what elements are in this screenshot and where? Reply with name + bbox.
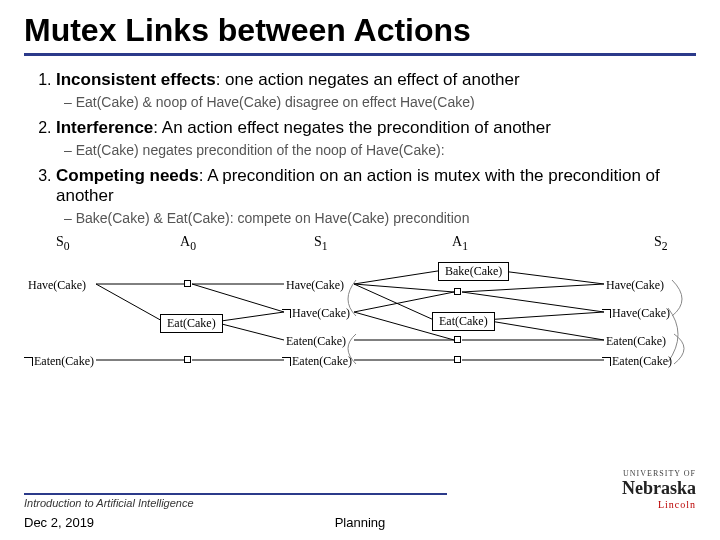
s0-neg-eaten: Eaten(Cake) xyxy=(24,354,94,369)
footer-rule xyxy=(24,493,447,495)
col-s1: S1 xyxy=(314,234,328,253)
svg-line-9 xyxy=(354,284,454,292)
logo-univ: UNIVERSITY OF xyxy=(622,469,696,478)
s2-neg-eaten: Eaten(Cake) xyxy=(602,354,672,369)
s2-have: Have(Cake) xyxy=(606,278,664,293)
planning-graph: S0 A0 S1 A1 S2 Have(Cake) Eaten(Cake) Ea… xyxy=(24,234,696,384)
point-2-sub: Eat(Cake) negates precondition of the no… xyxy=(64,142,696,158)
svg-line-19 xyxy=(484,320,604,340)
point-3-sub: Bake(Cake) & Eat(Cake): compete on Have(… xyxy=(64,210,696,226)
bullet-list: Inconsistent effects: one action negates… xyxy=(24,70,696,226)
a0-noop-neaten xyxy=(184,356,191,363)
point-1-rest: : one action negates an effect of anothe… xyxy=(216,70,520,89)
s2-eaten: Eaten(Cake) xyxy=(606,334,666,349)
graph-edges xyxy=(24,234,696,384)
a1-eat: Eat(Cake) xyxy=(432,312,495,331)
footer: Introduction to Artificial Intelligence … xyxy=(24,493,696,530)
s1-eaten: Eaten(Cake) xyxy=(286,334,346,349)
point-2-rest: : An action effect negates the precondit… xyxy=(153,118,551,137)
a0-noop-have xyxy=(184,280,191,287)
title-underline xyxy=(24,53,696,56)
s1-neg-eaten: Eaten(Cake) xyxy=(282,354,352,369)
col-a0: A0 xyxy=(180,234,196,253)
svg-line-10 xyxy=(354,284,434,320)
col-a1: A1 xyxy=(452,234,468,253)
a1-noop-neaten xyxy=(454,356,461,363)
svg-line-8 xyxy=(354,270,444,284)
course-name: Introduction to Artificial Intelligence xyxy=(24,497,696,509)
slide-title: Mutex Links between Actions xyxy=(24,12,696,49)
svg-line-5 xyxy=(214,312,284,322)
s1-neg-have: Have(Cake) xyxy=(282,306,350,321)
svg-line-15 xyxy=(494,270,604,284)
svg-line-16 xyxy=(462,284,604,292)
footer-date: Dec 2, 2019 xyxy=(24,515,94,530)
point-3: Competing needs: A precondition on an ac… xyxy=(56,166,696,206)
a1-bake: Bake(Cake) xyxy=(438,262,509,281)
svg-line-4 xyxy=(192,284,284,312)
point-3-lead: Competing needs xyxy=(56,166,199,185)
a1-noop-have xyxy=(454,288,461,295)
a0-eat: Eat(Cake) xyxy=(160,314,223,333)
svg-line-6 xyxy=(214,322,284,340)
s2-neg-have: Have(Cake) xyxy=(602,306,670,321)
s0-have: Have(Cake) xyxy=(28,278,86,293)
svg-line-11 xyxy=(354,292,454,312)
a1-noop-eaten xyxy=(454,336,461,343)
point-2: Interference: An action effect negates t… xyxy=(56,118,696,138)
point-1-sub: Eat(Cake) & noop of Have(Cake) disagree … xyxy=(64,94,696,110)
svg-line-18 xyxy=(484,312,604,320)
point-2-lead: Interference xyxy=(56,118,153,137)
col-s2: S2 xyxy=(654,234,668,253)
svg-line-1 xyxy=(96,284,164,322)
col-s0: S0 xyxy=(56,234,70,253)
point-1: Inconsistent effects: one action negates… xyxy=(56,70,696,90)
footer-topic: Planning xyxy=(335,515,386,530)
point-1-lead: Inconsistent effects xyxy=(56,70,216,89)
s1-have: Have(Cake) xyxy=(286,278,344,293)
svg-line-17 xyxy=(462,292,604,312)
